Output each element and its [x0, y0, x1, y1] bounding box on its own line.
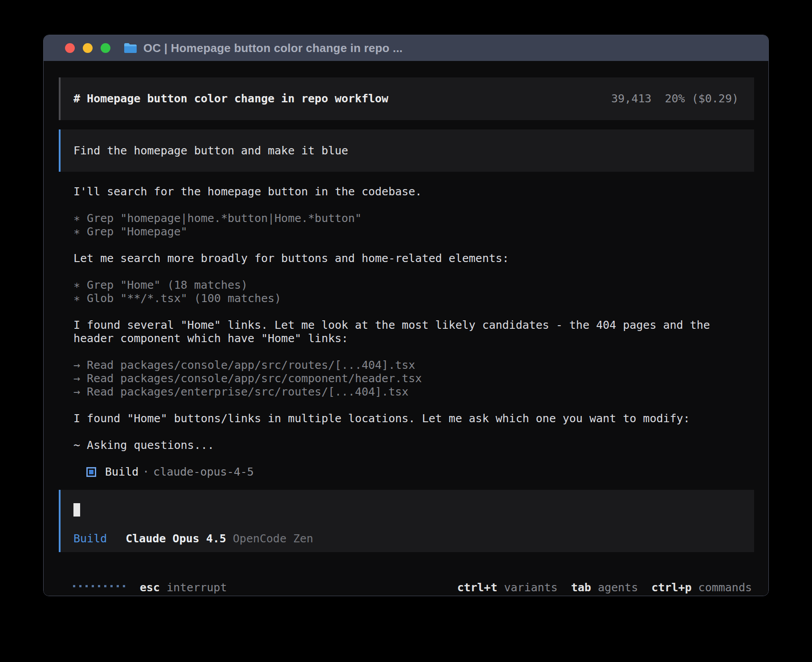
window-title: OC | Homepage button color change in rep…	[143, 41, 403, 55]
tool-call-read: → Read packages/enterprise/src/routes/[.…	[73, 385, 741, 399]
zoom-button[interactable]	[101, 43, 110, 53]
session-header: # Homepage button color change in repo w…	[59, 77, 754, 120]
tool-call-grep: ∗ Grep "homepage|home.*button|Home.*butt…	[73, 212, 741, 225]
tool-call-read: → Read packages/console/app/src/componen…	[73, 372, 741, 385]
terminal-window: OC | Homepage button color change in rep…	[43, 35, 769, 596]
tool-call-grep: ∗ Grep "Home" (18 matches)	[73, 279, 741, 292]
blank-line	[73, 238, 741, 252]
esc-key-label: esc	[140, 581, 160, 594]
agent-mode-label[interactable]: Build	[73, 532, 107, 545]
statusbar: esc interrupt ctrl+t variants tab agents…	[44, 581, 768, 594]
minimize-button[interactable]	[83, 43, 93, 53]
tool-call-read: → Read packages/console/app/src/routes/[…	[73, 359, 741, 372]
assistant-text: Let me search more broadly for buttons a…	[73, 252, 741, 265]
assistant-text: I'll search for the homepage button in t…	[73, 185, 741, 198]
prompt-input[interactable]: Build Claude Opus 4.5 OpenCode Zen	[59, 490, 754, 552]
ctrl-p-key-label: ctrl+p	[651, 581, 691, 594]
model-id: claude-opus-4-5	[153, 465, 254, 479]
text-cursor	[73, 503, 80, 517]
blank-line	[73, 305, 741, 319]
assistant-text: I found several "Home" links. Let me loo…	[73, 319, 741, 345]
blank-line	[73, 452, 741, 465]
provider-label: OpenCode Zen	[233, 532, 313, 545]
model-name-label[interactable]: Claude Opus 4.5	[126, 532, 226, 545]
assistant-transcript: I'll search for the homepage button in t…	[73, 185, 741, 479]
tool-call-glob: ∗ Glob "**/*.tsx" (100 matches)	[73, 292, 741, 305]
blank-line	[73, 345, 741, 359]
hint-commands: ctrl+p commands	[651, 581, 752, 594]
variants-label: variants	[504, 581, 557, 594]
blank-line	[73, 425, 741, 439]
ctrl-t-key-label: ctrl+t	[457, 581, 497, 594]
commands-label: commands	[698, 581, 752, 594]
titlebar: OC | Homepage button color change in rep…	[44, 35, 768, 61]
agents-label: agents	[598, 581, 638, 594]
assistant-text: I found "Home" buttons/links in multiple…	[73, 412, 741, 425]
hint-agents: tab agents	[571, 581, 638, 594]
agent-name: Build	[105, 465, 138, 479]
hint-variants: ctrl+t variants	[457, 581, 558, 594]
traffic-lights	[65, 43, 110, 53]
terminal-content: # Homepage button color change in repo w…	[44, 77, 768, 596]
close-button[interactable]	[65, 43, 75, 53]
separator-dot: ·	[142, 465, 149, 479]
user-message-text: Find the homepage button and make it blu…	[73, 144, 348, 157]
user-message: Find the homepage button and make it blu…	[59, 129, 754, 172]
blank-line	[73, 399, 741, 412]
session-title: # Homepage button color change in repo w…	[73, 92, 388, 105]
session-stats: 39,413 20% ($0.29)	[611, 92, 739, 105]
interrupt-label: interrupt	[166, 581, 227, 594]
input-status-row: Build Claude Opus 4.5 OpenCode Zen	[73, 532, 754, 545]
agent-status-row: Build · claude-opus-4-5	[73, 465, 741, 479]
shortcut-hints: ctrl+t variants tab agents ctrl+p comman…	[457, 581, 752, 594]
assistant-status-text: ~ Asking questions...	[73, 439, 741, 452]
blank-line	[73, 265, 741, 279]
tool-call-grep: ∗ Grep "Homepage"	[73, 225, 741, 238]
folder-icon	[124, 43, 137, 53]
tab-key-label: tab	[571, 581, 591, 594]
blank-line	[73, 198, 741, 212]
hint-interrupt: esc interrupt	[140, 581, 227, 594]
agent-build-icon	[86, 467, 96, 477]
